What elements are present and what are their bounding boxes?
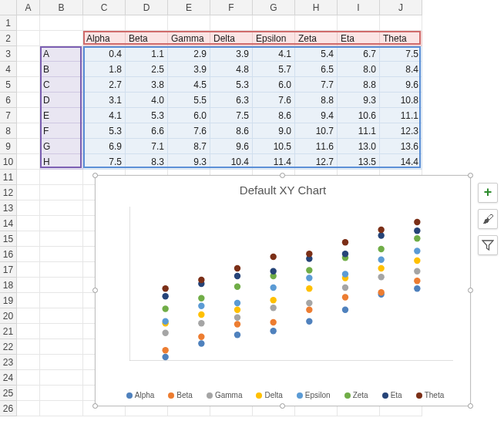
cell[interactable] — [17, 170, 40, 185]
row-header[interactable]: 9 — [0, 139, 17, 154]
cell[interactable] — [40, 278, 83, 293]
column-header[interactable]: B — [40, 0, 83, 15]
cell[interactable] — [40, 170, 83, 185]
row-header[interactable]: 4 — [0, 62, 17, 77]
cell[interactable] — [40, 247, 83, 262]
row-header[interactable]: 17 — [0, 262, 17, 278]
cell[interactable]: 9.0 — [253, 123, 295, 139]
cell[interactable]: 8.0 — [338, 62, 380, 77]
cell[interactable]: 5.7 — [253, 62, 295, 77]
row-header[interactable]: 3 — [0, 46, 17, 62]
cell[interactable]: Theta — [380, 31, 422, 46]
row-header[interactable]: 18 — [0, 278, 17, 293]
cell[interactable]: 4.8 — [210, 62, 253, 77]
chart-title[interactable]: Default XY Chart — [96, 176, 470, 200]
cell[interactable]: Zeta — [295, 31, 338, 46]
legend-item[interactable]: Delta — [251, 391, 282, 399]
cell[interactable]: 7.5 — [83, 154, 126, 170]
cell[interactable]: 3.9 — [168, 62, 210, 77]
cell[interactable] — [253, 15, 295, 31]
cell[interactable] — [17, 154, 40, 170]
column-header[interactable]: H — [295, 0, 338, 15]
legend-item[interactable]: Epsilon — [292, 391, 331, 399]
cell[interactable]: 8.8 — [338, 77, 380, 93]
row-header[interactable]: 20 — [0, 308, 17, 324]
cell[interactable] — [40, 386, 83, 401]
cell[interactable]: 3.9 — [210, 46, 253, 62]
cell[interactable]: 14.4 — [380, 154, 422, 170]
column-header[interactable]: C — [83, 0, 126, 15]
cell[interactable]: 9.6 — [380, 77, 422, 93]
row-header[interactable]: 24 — [0, 370, 17, 386]
cell[interactable]: 7.5 — [380, 46, 422, 62]
cell[interactable]: 6.6 — [126, 123, 168, 139]
cell[interactable] — [17, 262, 40, 278]
cell[interactable]: 5.3 — [126, 108, 168, 123]
cell[interactable]: Beta — [126, 31, 168, 46]
cell[interactable] — [40, 262, 83, 278]
cell[interactable]: 5.3 — [210, 77, 253, 93]
row-header[interactable]: 6 — [0, 93, 17, 108]
cell[interactable]: 13.6 — [380, 139, 422, 154]
cell[interactable] — [40, 308, 83, 324]
cell[interactable]: 0.4 — [83, 46, 126, 62]
cell[interactable]: Gamma — [168, 31, 210, 46]
legend-item[interactable]: Theta — [412, 391, 445, 399]
cell[interactable] — [17, 15, 40, 31]
cell[interactable]: 6.7 — [338, 46, 380, 62]
chart-legend[interactable]: AlphaBetaGammaDeltaEpsilonZetaEtaTheta — [96, 391, 470, 399]
row-header[interactable]: 1 — [0, 15, 17, 31]
cell[interactable] — [168, 15, 210, 31]
column-header[interactable]: F — [210, 0, 253, 15]
cell[interactable]: 10.7 — [295, 123, 338, 139]
cell[interactable]: 9.3 — [338, 93, 380, 108]
column-header[interactable]: I — [338, 0, 380, 15]
cell[interactable]: 6.0 — [253, 77, 295, 93]
cell[interactable] — [40, 339, 83, 355]
cell[interactable]: 13.0 — [338, 139, 380, 154]
cell[interactable]: 6.9 — [83, 139, 126, 154]
cell[interactable]: D — [40, 93, 83, 108]
cell[interactable]: 7.6 — [253, 93, 295, 108]
cell[interactable]: 6.0 — [168, 108, 210, 123]
row-header[interactable]: 13 — [0, 200, 17, 216]
cell[interactable]: 8.6 — [253, 108, 295, 123]
cell[interactable]: 8.6 — [210, 123, 253, 139]
cell[interactable]: 7.1 — [126, 139, 168, 154]
cell[interactable] — [338, 15, 380, 31]
row-header[interactable]: 16 — [0, 247, 17, 262]
cell[interactable] — [17, 62, 40, 77]
legend-item[interactable]: Alpha — [122, 391, 155, 399]
cell[interactable] — [40, 401, 83, 416]
cell[interactable] — [126, 15, 168, 31]
cell[interactable] — [40, 324, 83, 339]
row-header[interactable]: 19 — [0, 293, 17, 308]
cell[interactable] — [295, 15, 338, 31]
cell[interactable] — [17, 386, 40, 401]
row-header[interactable]: 23 — [0, 355, 17, 370]
cell[interactable]: 7.5 — [210, 108, 253, 123]
cell[interactable] — [40, 15, 83, 31]
cell[interactable]: 6.3 — [210, 93, 253, 108]
cell[interactable] — [83, 15, 126, 31]
select-all-corner[interactable] — [0, 0, 17, 15]
row-header[interactable]: 21 — [0, 324, 17, 339]
cell[interactable]: 7.6 — [168, 123, 210, 139]
cell[interactable]: 5.4 — [295, 46, 338, 62]
cell[interactable]: B — [40, 62, 83, 77]
cell[interactable] — [40, 370, 83, 386]
chart-filter-button[interactable] — [478, 235, 498, 255]
cell[interactable]: 11.1 — [338, 123, 380, 139]
row-header[interactable]: 22 — [0, 339, 17, 355]
row-header[interactable]: 25 — [0, 386, 17, 401]
cell[interactable]: 12.3 — [380, 123, 422, 139]
cell[interactable]: 12.7 — [295, 154, 338, 170]
cell[interactable]: 11.4 — [253, 154, 295, 170]
cell[interactable]: 2.5 — [126, 62, 168, 77]
cell[interactable]: 10.6 — [338, 108, 380, 123]
row-header[interactable]: 15 — [0, 231, 17, 247]
cell[interactable] — [17, 139, 40, 154]
legend-item[interactable]: Beta — [163, 391, 193, 399]
cell[interactable] — [17, 216, 40, 231]
column-header[interactable]: E — [168, 0, 210, 15]
